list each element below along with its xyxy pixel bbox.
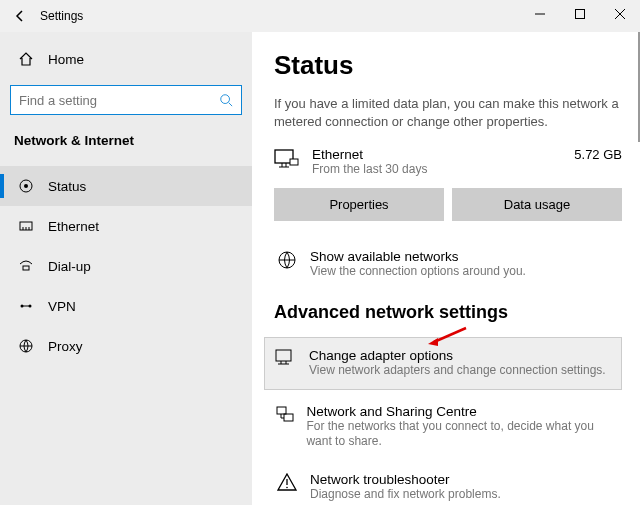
window-title: Settings <box>40 9 83 23</box>
sidebar: Home Network & Internet Status Ethernet … <box>0 32 252 505</box>
search-input[interactable] <box>19 93 219 108</box>
sidebar-item-vpn[interactable]: VPN <box>0 286 252 326</box>
svg-rect-25 <box>277 407 286 414</box>
svg-point-2 <box>221 95 230 104</box>
troubleshooter-row[interactable]: Network troubleshooter Diagnose and fix … <box>274 472 622 503</box>
sidebar-item-label: Ethernet <box>48 219 99 234</box>
svg-point-30 <box>286 486 288 488</box>
home-label: Home <box>48 52 84 67</box>
sharing-icon <box>274 404 296 425</box>
network-name: Ethernet <box>312 147 574 162</box>
sidebar-item-label: VPN <box>48 299 76 314</box>
adapter-title: Change adapter options <box>309 348 606 363</box>
sidebar-item-label: Status <box>48 179 86 194</box>
adapter-sub: View network adapters and change connect… <box>309 363 606 379</box>
page-description: If you have a limited data plan, you can… <box>274 95 622 131</box>
warning-icon <box>274 472 300 491</box>
network-usage: 5.72 GB <box>574 147 622 162</box>
maximize-button[interactable] <box>560 0 600 28</box>
home-nav[interactable]: Home <box>10 45 242 73</box>
trouble-title: Network troubleshooter <box>310 472 501 487</box>
titlebar: Settings <box>0 0 640 32</box>
svg-point-5 <box>24 184 28 188</box>
category-heading: Network & Internet <box>10 133 242 148</box>
dialup-icon <box>18 258 34 274</box>
svg-rect-1 <box>576 10 585 19</box>
network-row: Ethernet From the last 30 days 5.72 GB <box>274 147 622 176</box>
network-sub: From the last 30 days <box>312 162 574 176</box>
svg-line-3 <box>229 103 233 107</box>
ethernet-icon <box>18 218 34 234</box>
data-usage-button[interactable]: Data usage <box>452 188 622 221</box>
scrollbar[interactable] <box>636 32 640 505</box>
adapter-icon <box>273 348 299 367</box>
sidebar-item-label: Dial-up <box>48 259 91 274</box>
svg-rect-10 <box>23 266 29 270</box>
vpn-icon <box>18 298 34 314</box>
main-panel: Status If you have a limited data plan, … <box>252 32 640 505</box>
search-icon <box>219 93 233 107</box>
globe-icon <box>274 249 300 270</box>
sharing-title: Network and Sharing Centre <box>306 404 622 419</box>
show-networks-row[interactable]: Show available networks View the connect… <box>274 249 622 280</box>
sidebar-item-proxy[interactable]: Proxy <box>0 326 252 366</box>
sharing-centre-row[interactable]: Network and Sharing Centre For the netwo… <box>274 404 622 450</box>
close-button[interactable] <box>600 0 640 28</box>
sharing-sub: For the networks that you connect to, de… <box>306 419 622 450</box>
show-networks-title: Show available networks <box>310 249 526 264</box>
properties-button[interactable]: Properties <box>274 188 444 221</box>
svg-rect-21 <box>276 350 291 361</box>
sidebar-item-dialup[interactable]: Dial-up <box>0 246 252 286</box>
sidebar-item-label: Proxy <box>48 339 83 354</box>
status-icon <box>18 178 34 194</box>
show-networks-sub: View the connection options around you. <box>310 264 526 280</box>
svg-rect-19 <box>290 159 298 165</box>
page-title: Status <box>274 50 622 81</box>
home-icon <box>18 51 34 67</box>
sidebar-item-status[interactable]: Status <box>0 166 252 206</box>
change-adapter-row[interactable]: Change adapter options View network adap… <box>264 337 622 390</box>
sidebar-item-ethernet[interactable]: Ethernet <box>0 206 252 246</box>
advanced-heading: Advanced network settings <box>274 302 622 323</box>
monitor-icon <box>274 147 302 171</box>
proxy-icon <box>18 338 34 354</box>
trouble-sub: Diagnose and fix network problems. <box>310 487 501 503</box>
minimize-button[interactable] <box>520 0 560 28</box>
search-box[interactable] <box>10 85 242 115</box>
svg-rect-26 <box>284 414 293 421</box>
back-button[interactable] <box>8 4 32 28</box>
